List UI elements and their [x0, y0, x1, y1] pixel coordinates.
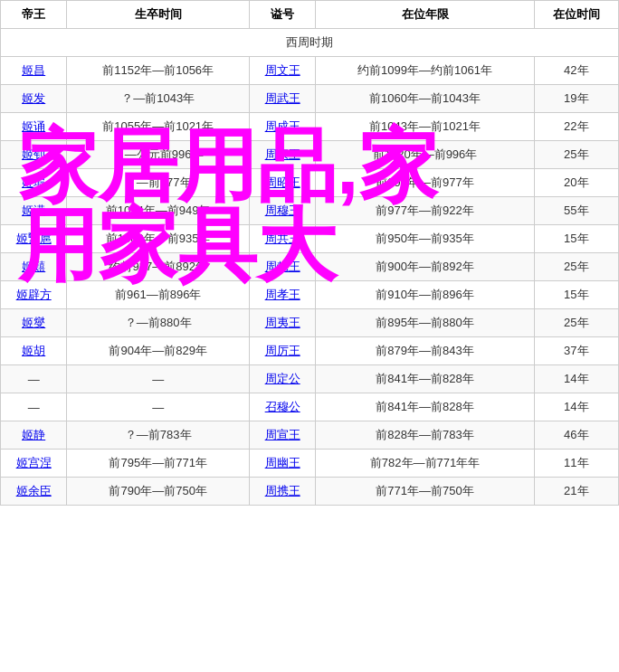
table-row: 姬诵前1055年—前1021年周成王前1043年—前1021年22年 [1, 113, 619, 141]
posthumous-cell[interactable]: 周定公 [249, 365, 315, 393]
data-cell: 前828年—前783年 [316, 421, 534, 450]
data-cell: ？—前977年 [67, 169, 250, 197]
data-cell: 前782年—前771年年 [316, 450, 534, 478]
data-cell: 21年 [534, 478, 618, 506]
data-cell: 前904年—前829年 [67, 337, 250, 365]
data-cell: 前795年—前771年 [67, 450, 250, 478]
emperor-cell[interactable]: 姬燮 [1, 309, 67, 337]
data-cell: 前1152年—前1056年 [67, 57, 250, 85]
posthumous-cell[interactable]: 周宣王 [249, 421, 315, 450]
emperor-cell[interactable]: 姬诵 [1, 113, 67, 141]
data-cell: 22年 [534, 113, 618, 141]
data-cell: 55年 [534, 197, 618, 225]
data-cell: ？—前783年 [67, 421, 250, 450]
posthumous-cell[interactable]: 周昭王 [249, 169, 315, 197]
emperor-cell[interactable]: 姬余臣 [1, 478, 67, 506]
table-row: 姬发？—前1043年周武王前1060年—前1043年19年 [1, 85, 619, 113]
data-cell: 前879年—前843年 [316, 337, 534, 365]
data-cell: 前1054年—前949年 [67, 197, 250, 225]
data-cell: 15年 [534, 225, 618, 253]
table-row: 姬宫涅前795年—前771年周幽王前782年—前771年年11年 [1, 450, 619, 478]
table-row: ——周定公前841年—前828年14年 [1, 365, 619, 393]
posthumous-cell[interactable]: 周共王 [249, 225, 315, 253]
data-cell: 20年 [534, 169, 618, 197]
posthumous-cell[interactable]: 周成王 [249, 113, 315, 141]
table-row: ——召穆公前841年—前828年14年 [1, 393, 619, 421]
posthumous-cell[interactable]: 周武王 [249, 85, 315, 113]
data-cell: 前841年—前828年 [316, 365, 534, 393]
data-cell: 42年 [534, 57, 618, 85]
data-cell: ？—前880年 [67, 309, 250, 337]
data-cell: 前1020年—前996年 [316, 141, 534, 169]
emperor-cell[interactable]: 姬瑕 [1, 169, 67, 197]
col-posthumous: 谥号 [249, 1, 315, 29]
posthumous-cell[interactable]: 周厉王 [249, 337, 315, 365]
data-cell: 46年 [534, 421, 618, 450]
data-cell: 25年 [534, 309, 618, 337]
emperor-cell[interactable]: 姬繄扈 [1, 225, 67, 253]
col-reign-years: 在位年限 [316, 1, 534, 29]
data-cell: 前977年—前922年 [316, 197, 534, 225]
data-cell: 15年 [534, 281, 618, 309]
data-cell: 前1060年—前1043年 [316, 85, 534, 113]
table-row: 姬燮？—前880年周夷王前895年—前880年25年 [1, 309, 619, 337]
data-cell: 25年 [534, 141, 618, 169]
col-emperor: 帝王 [1, 1, 67, 29]
data-cell: 前1009年—前935年 [67, 225, 250, 253]
posthumous-cell[interactable]: 周穆王 [249, 197, 315, 225]
col-duration: 在位时间 [534, 1, 618, 29]
data-cell: 前895年—前880年 [316, 309, 534, 337]
posthumous-cell[interactable]: 周幽王 [249, 450, 315, 478]
emperor-cell[interactable]: 姬辟方 [1, 281, 67, 309]
data-cell: 前996年—前977年 [316, 169, 534, 197]
emperor-cell[interactable]: — [1, 393, 67, 421]
table-row: 姬静？—前783年周宣王前828年—前783年46年 [1, 421, 619, 450]
data-cell: 前1055年—前1021年 [67, 113, 250, 141]
data-cell: 25年 [534, 253, 618, 281]
emperor-cell[interactable]: 姬发 [1, 85, 67, 113]
data-cell: 14年 [534, 365, 618, 393]
table-row: 姬囏约前937—前892年周懿王前900年—前892年25年 [1, 253, 619, 281]
data-cell: 37年 [534, 337, 618, 365]
posthumous-cell[interactable]: 周孝王 [249, 281, 315, 309]
data-cell: 前900年—前892年 [316, 253, 534, 281]
posthumous-cell[interactable]: 周文王 [249, 57, 315, 85]
emperor-cell[interactable]: 姬昌 [1, 57, 67, 85]
table-row: 姬瑕？—前977年周昭王前996年—前977年20年 [1, 169, 619, 197]
table-row: 姬昌前1152年—前1056年周文王约前1099年—约前1061年42年 [1, 57, 619, 85]
posthumous-cell[interactable]: 周康王 [249, 141, 315, 169]
data-cell: ？—前1043年 [67, 85, 250, 113]
table-row: 姬余臣前790年—前750年周携王前771年—前750年21年 [1, 478, 619, 506]
data-cell: — [67, 393, 250, 421]
table-row: 姬繄扈前1009年—前935年周共王前950年—前935年15年 [1, 225, 619, 253]
posthumous-cell[interactable]: 召穆公 [249, 393, 315, 421]
data-cell: 前961—前896年 [67, 281, 250, 309]
table-row: 姬钊？—公元前996年周康王前1020年—前996年25年 [1, 141, 619, 169]
emperor-cell[interactable]: 姬胡 [1, 337, 67, 365]
data-cell: — [67, 365, 250, 393]
table-row: 姬满前1054年—前949年周穆王前977年—前922年55年 [1, 197, 619, 225]
data-cell: 前841年—前828年 [316, 393, 534, 421]
data-cell: 14年 [534, 393, 618, 421]
emperor-cell[interactable]: 姬静 [1, 421, 67, 450]
emperor-cell[interactable]: 姬满 [1, 197, 67, 225]
data-cell: ？—公元前996年 [67, 141, 250, 169]
data-cell: 前790年—前750年 [67, 478, 250, 506]
posthumous-cell[interactable]: 周夷王 [249, 309, 315, 337]
emperor-cell[interactable]: 姬钊 [1, 141, 67, 169]
emperor-cell[interactable]: 姬宫涅 [1, 450, 67, 478]
period-label: 西周时期 [1, 29, 619, 57]
data-cell: 约前937—前892年 [67, 253, 250, 281]
data-cell: 前771年—前750年 [316, 478, 534, 506]
posthumous-cell[interactable]: 周懿王 [249, 253, 315, 281]
emperor-cell[interactable]: 姬囏 [1, 253, 67, 281]
data-cell: 11年 [534, 450, 618, 478]
data-cell: 前910年—前896年 [316, 281, 534, 309]
posthumous-cell[interactable]: 周携王 [249, 478, 315, 506]
data-cell: 约前1099年—约前1061年 [316, 57, 534, 85]
table-row: 姬胡前904年—前829年周厉王前879年—前843年37年 [1, 337, 619, 365]
data-cell: 19年 [534, 85, 618, 113]
data-cell: 前1043年—前1021年 [316, 113, 534, 141]
table-row: 姬辟方前961—前896年周孝王前910年—前896年15年 [1, 281, 619, 309]
emperor-cell[interactable]: — [1, 365, 67, 393]
